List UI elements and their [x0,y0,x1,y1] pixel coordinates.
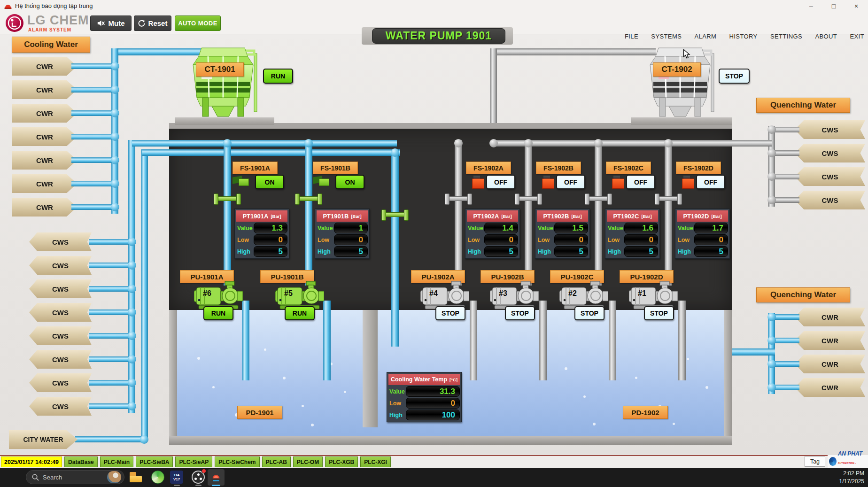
flow-switch-icon [612,178,624,189]
pt-row-label: Value [537,225,554,232]
pt-row-label: Value [236,225,254,232]
tag-button[interactable]: Tag [805,456,825,467]
cws-label: CWS [29,326,92,345]
valve-icon [657,196,680,201]
cwr-label: CWR [12,151,77,170]
plc-sieap-button[interactable]: PLC-SieAP [175,456,212,467]
window-title: Hệ thống báo động tập trung [15,2,93,9]
plc-ab-button[interactable]: PLC-AB [262,456,291,467]
lg-face-icon [6,14,23,32]
vendor-logo: AN PHAT AUTOMATION - TECHNOLOGY [828,455,868,468]
pt-unit: [Bar] [571,214,581,219]
pipe-junction [767,383,776,392]
plc-main-button[interactable]: PLC-Main [100,456,133,467]
menu-exit[interactable]: EXIT [849,31,865,42]
pump-icon [275,281,324,310]
pipe-stub [71,204,115,210]
pipe-stub [775,314,799,320]
ct1902-stop-button[interactable]: STOP [719,69,750,84]
pu1901a-state-button[interactable]: RUN [203,306,233,320]
pt-id: PT1902C [613,213,639,220]
alarm-app-icon[interactable] [208,469,225,486]
flow-switch-icon [472,178,484,189]
pipe-junction [391,148,399,157]
valve-icon [297,196,320,201]
plc-xgi-button[interactable]: PLC-XGI [360,456,391,467]
main-menu: FILE SYSTEMS ALARM HISTORY SETTINGS ABOU… [624,30,865,42]
fs1902b-state-button[interactable]: OFF [556,175,585,189]
pipe-stub [89,239,132,245]
quench-cws-label: CWS [795,191,865,209]
pelican-image [107,471,121,483]
menu-history[interactable]: HISTORY [728,31,759,42]
pt-panel: PT1902B[Bar] Value1.5 Low0 High5 [535,209,590,259]
clock[interactable]: 2:02 PM 1/17/2025 [815,470,864,486]
plc-om-button[interactable]: PLC-OM [293,456,323,467]
menu-alarm[interactable]: ALARM [694,31,718,42]
quench-cwr-label: CWR [795,355,865,373]
search-input[interactable]: Search [26,470,124,484]
mute-button[interactable]: Mute [90,15,132,31]
maximize-button[interactable]: □ [823,0,845,12]
menu-settings[interactable]: SETTINGS [769,31,803,42]
pu1902c-state-button[interactable]: STOP [574,306,604,320]
fs1901a-state-button[interactable]: ON [255,175,284,189]
pt-unit: [Bar] [271,214,281,219]
close-button[interactable]: × [845,0,867,12]
flow-switch-icon [313,174,333,188]
pt-row-label: Low [607,237,624,243]
pt-panel: PT1902A[Bar] Value1.4 Low0 High5 [465,209,520,259]
pu1902b-state-button[interactable]: STOP [505,306,535,320]
pt-unit: [Bar] [711,214,721,219]
fs1901b-state-button[interactable]: ON [335,175,364,189]
quench-cws-label: CWS [795,167,865,186]
fs1902c-state-button[interactable]: OFF [626,175,655,189]
pipe-stub [775,197,799,203]
plc-database-button[interactable]: DataBase [64,456,98,467]
pump-number: #3 [499,289,507,298]
plc-xgb-button[interactable]: PLC-XGB [325,456,358,467]
siren-icon [211,472,221,481]
valve-icon [517,196,540,201]
pt-low: 0 [254,234,287,245]
pipe-stub [775,174,799,179]
cws-label: CWS [29,397,92,416]
pipe-cwr-manifold [111,48,118,214]
browser-icon[interactable] [151,471,164,484]
reset-button[interactable]: Reset [134,15,171,31]
temp-panel: Cooling Water Temp[°C] Value31.3 Low0 Hi… [387,372,462,422]
pipe-pump5-discharge [323,301,331,380]
folder-icon[interactable] [130,472,143,485]
menu-about[interactable]: ABOUT [814,31,838,42]
pipe-stub [775,361,799,367]
pu1901b-state-button[interactable]: RUN [285,306,315,320]
pipe-junction [524,139,533,147]
menu-file[interactable]: FILE [624,31,639,42]
tia-portal-icon[interactable]: TIAV17 [170,471,183,484]
pipe-junction [111,132,119,141]
pd-label: PD-1901 [237,406,282,419]
fs1902a-state-button[interactable]: OFF [486,175,515,189]
cwr-label: CWR [12,57,77,76]
pt-low: 0 [554,234,588,245]
plc-sieba-button[interactable]: PLC-SieBA [136,456,173,467]
pu1902a-state-button[interactable]: STOP [435,306,465,320]
notification-dot [202,469,206,473]
auto-mode-button[interactable]: AUTO MODE [175,15,221,31]
pt-id: PT1901B [323,213,349,220]
pipe-city-water-riser [141,149,148,441]
pt-id: PT1902A [473,213,499,220]
valve-icon [216,196,239,201]
pipe-pump6-suction [224,140,231,286]
ct1901-run-button[interactable]: RUN [263,69,293,84]
temp-high: 100 [406,410,460,420]
obs-icon[interactable] [192,471,205,484]
pump-icon [490,281,539,310]
fs-label: FS-1902A [466,162,511,174]
menu-systems[interactable]: SYSTEMS [650,31,682,42]
search-placeholder: Search [43,474,103,481]
plc-siechem-button[interactable]: PLC-SieChem [215,456,259,467]
fs1902d-state-button[interactable]: OFF [696,175,725,189]
minimize-button[interactable]: – [800,0,822,12]
pu1902d-state-button[interactable]: STOP [644,306,674,320]
